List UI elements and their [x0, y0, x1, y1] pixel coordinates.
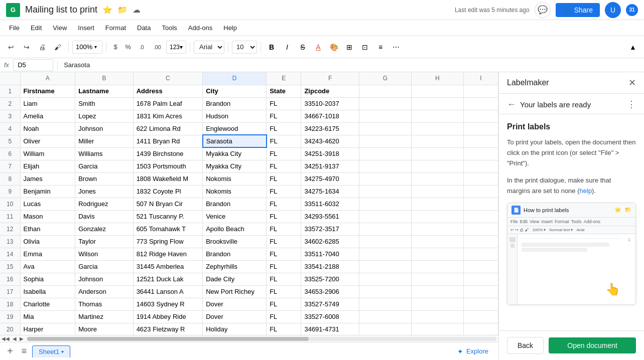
cell[interactable]: Dover — [203, 298, 267, 310]
cell[interactable]: FL — [267, 110, 301, 122]
cell[interactable]: New Port Richey — [203, 285, 267, 298]
nav-arrow-left[interactable]: ◀ — [11, 336, 18, 341]
sheet-tab-sheet1[interactable]: Sheet1 ▾ — [32, 345, 70, 357]
cell[interactable]: Moore — [75, 323, 133, 335]
cell[interactable]: Ava — [20, 260, 75, 273]
menu-view[interactable]: View — [48, 22, 72, 34]
cell[interactable]: Zephyrhills — [203, 260, 267, 273]
cell[interactable]: Brown — [75, 172, 133, 185]
cell[interactable]: Garcia — [75, 260, 133, 273]
explore-button[interactable]: ✦ Explore — [451, 345, 494, 357]
cell[interactable]: Myakka City — [203, 147, 267, 160]
decimal-left-button[interactable]: .0 — [135, 42, 148, 53]
cell[interactable]: FL — [267, 285, 301, 298]
cell[interactable]: Williams — [75, 147, 133, 160]
col-header-a[interactable]: A — [20, 72, 75, 85]
italic-button[interactable]: I — [280, 40, 294, 54]
close-panel-button[interactable]: ✕ — [628, 77, 636, 88]
menu-tools[interactable]: Tools — [157, 22, 182, 34]
cell[interactable]: Ethan — [20, 223, 75, 235]
cell[interactable]: 33572-3517 — [301, 223, 359, 235]
sheet-menu-button[interactable]: ≡ — [18, 345, 30, 357]
cell-reference-input[interactable] — [13, 59, 53, 71]
cell[interactable]: Mason — [20, 210, 75, 223]
folder-icon[interactable]: 📁 — [117, 5, 127, 15]
cell[interactable]: Benjamin — [20, 185, 75, 198]
cell[interactable]: Taylor — [75, 235, 133, 248]
cell[interactable]: 14603 Sydney R — [133, 298, 203, 310]
cell[interactable]: Gonzalez — [75, 223, 133, 235]
menu-addons[interactable]: Add-ons — [183, 22, 217, 34]
cell-h1[interactable] — [411, 85, 463, 97]
cell[interactable]: 31445 Amberlea — [133, 260, 203, 273]
nav-arrow-left-left[interactable]: ◀◀ — [0, 336, 11, 341]
cell[interactable]: Elijah — [20, 160, 75, 172]
cell-g1[interactable] — [359, 85, 411, 97]
cell[interactable]: Venice — [203, 210, 267, 223]
cell-a1[interactable]: Firstname — [20, 85, 75, 97]
font-family-selector[interactable]: Arial — [194, 41, 224, 54]
cell[interactable]: Emma — [20, 248, 75, 260]
cell[interactable]: Thomas — [75, 298, 133, 310]
cell[interactable]: FL — [267, 147, 301, 160]
cell[interactable]: Mia — [20, 310, 75, 323]
cell[interactable]: Johnson — [75, 273, 133, 285]
cell[interactable]: Myakka City — [203, 160, 267, 172]
collapse-toolbar-button[interactable]: ▲ — [626, 40, 640, 54]
border-button[interactable]: ⊞ — [342, 40, 356, 54]
cell[interactable]: 1832 Coyote Pl — [133, 185, 203, 198]
menu-data[interactable]: Data — [132, 22, 156, 34]
doc-preview-card[interactable]: 📄 How to print labels ⭐ 📁 File Edit View… — [507, 203, 636, 305]
cell[interactable]: Dade City — [203, 273, 267, 285]
cell[interactable]: FL — [267, 298, 301, 310]
cell[interactable]: Johnson — [75, 122, 133, 135]
cell[interactable]: 34275-4970 — [301, 172, 359, 185]
menu-format[interactable]: Format — [100, 22, 131, 34]
cell[interactable]: 521 Tuscanny P. — [133, 210, 203, 223]
font-size-selector[interactable]: 10 — [232, 41, 257, 54]
cell[interactable]: Holiday — [203, 323, 267, 335]
cell[interactable]: 34243-4620 — [301, 135, 359, 147]
back-nav-icon[interactable]: ← — [507, 99, 516, 110]
cell[interactable]: Brandon — [203, 198, 267, 210]
cell[interactable]: FL — [267, 97, 301, 110]
more-options-icon[interactable]: ⋮ — [627, 99, 636, 110]
cell[interactable]: Brandon — [203, 248, 267, 260]
undo-button[interactable]: ↩ — [4, 40, 18, 54]
star-icon[interactable]: ⭐ — [102, 5, 112, 15]
cell-f1[interactable]: Zipcode — [301, 85, 359, 97]
cell-d1[interactable]: City — [203, 85, 267, 97]
cell[interactable]: 33525-7200 — [301, 273, 359, 285]
cell[interactable]: 1439 Birchstone — [133, 147, 203, 160]
redo-button[interactable]: ↪ — [20, 40, 34, 54]
cell[interactable]: 1678 Palm Leaf — [133, 97, 203, 110]
cell[interactable]: 773 Spring Flow — [133, 235, 203, 248]
cell-i1[interactable] — [463, 85, 498, 97]
cell[interactable]: Amelia — [20, 110, 75, 122]
cell[interactable]: 34293-5561 — [301, 210, 359, 223]
cell[interactable]: FL — [267, 323, 301, 335]
col-header-d[interactable]: D — [203, 72, 267, 85]
cell[interactable]: Wilson — [75, 248, 133, 260]
col-header-g[interactable]: G — [359, 72, 411, 85]
paint-format-button[interactable]: 🖌 — [51, 40, 65, 54]
cell[interactable]: Oliver — [20, 135, 75, 147]
cell[interactable]: FL — [267, 273, 301, 285]
cell[interactable]: 605 Tomahawk T — [133, 223, 203, 235]
menu-help[interactable]: Help — [218, 22, 242, 34]
comments-button[interactable]: 💬 — [535, 2, 551, 18]
menu-insert[interactable]: Insert — [73, 22, 99, 34]
cell[interactable]: Rodriguez — [75, 198, 133, 210]
strikethrough-button[interactable]: S — [296, 40, 310, 54]
cell[interactable]: James — [20, 172, 75, 185]
col-header-h[interactable]: H — [411, 72, 463, 85]
cell[interactable]: FL — [267, 248, 301, 260]
more-toolbar-button[interactable]: ⋯ — [389, 40, 403, 54]
percent-button[interactable]: % — [122, 42, 134, 53]
help-link[interactable]: help — [580, 187, 592, 195]
cell[interactable]: 33511-7040 — [301, 248, 359, 260]
col-header-f[interactable]: F — [301, 72, 359, 85]
add-sheet-button[interactable]: + — [4, 345, 16, 357]
merge-button[interactable]: ⊡ — [358, 40, 372, 54]
cell[interactable]: FL — [267, 223, 301, 235]
